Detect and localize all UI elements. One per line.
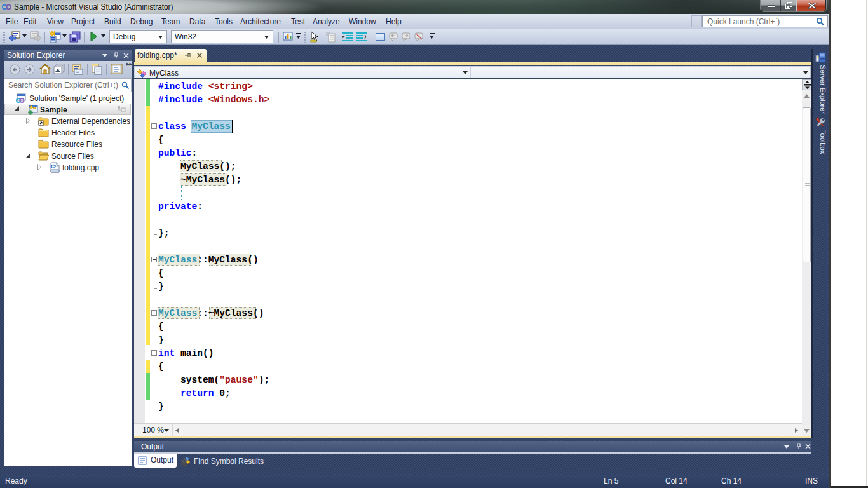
- svg-text:++: ++: [55, 164, 60, 168]
